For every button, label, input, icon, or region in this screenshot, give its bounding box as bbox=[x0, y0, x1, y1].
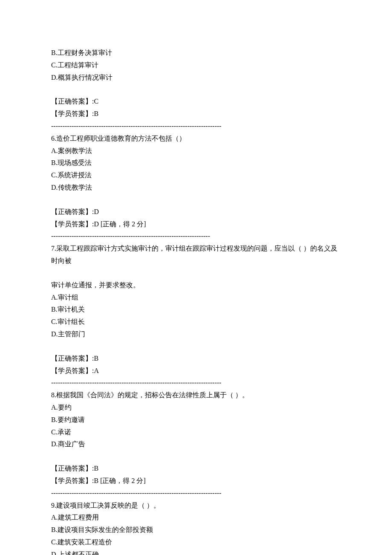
option-b: B.现场感受法 bbox=[51, 157, 341, 169]
correct-answer-value: B bbox=[94, 465, 98, 472]
spacer bbox=[51, 84, 341, 95]
option-a: A.案例教学法 bbox=[51, 145, 341, 157]
question-block-6: 6.造价工程师职业道德教育的方法不包括（） A.案例教学法 B.现场感受法 C.… bbox=[51, 133, 341, 243]
student-answer-label: 【学员答案】: bbox=[51, 220, 94, 228]
option-d: D.上述都不正确 bbox=[51, 549, 341, 555]
option-a: A.审计组 bbox=[51, 292, 341, 304]
question-number: 8. bbox=[51, 391, 56, 399]
student-answer-label: 【学员答案】: bbox=[51, 110, 94, 117]
question-stem-line: 9.建设项目竣工决算反映的是（ ）。 bbox=[51, 500, 341, 512]
question-stem-line: 8.根据我国《合同法》的规定，招标公告在法律性质上属于（ ）。 bbox=[51, 389, 341, 402]
option-a: A.要约 bbox=[51, 402, 341, 414]
option-c: C.工程结算审计 bbox=[51, 59, 341, 72]
question-stem: 根据我国《合同法》的规定，招标公告在法律性质上属于（ ）。 bbox=[56, 391, 249, 399]
question-extra-paragraph: 审计单位通报，并要求整改。 bbox=[51, 279, 341, 292]
option-b: B.审计机关 bbox=[51, 304, 341, 316]
blank-line bbox=[51, 267, 341, 279]
divider: ----------------------------------------… bbox=[51, 230, 341, 243]
student-answer-value: B bbox=[94, 110, 98, 117]
answer-section: 【正确答案】:D 【学员答案】:D [正确，得 2 分] bbox=[51, 206, 341, 231]
answer-section: 【正确答案】:B 【学员答案】:B [正确，得 2 分] bbox=[51, 462, 341, 487]
option-d: D.商业广告 bbox=[51, 438, 341, 451]
student-answer-value: B bbox=[94, 477, 98, 484]
question-stem: 采取工程跟踪审计方式实施审计的，审计组在跟踪审计过程发现的问题，应当以（ ）的名… bbox=[51, 245, 337, 264]
divider: ----------------------------------------… bbox=[51, 487, 341, 500]
correct-answer-line: 【正确答案】:D bbox=[51, 206, 341, 218]
student-answer-label: 【学员答案】: bbox=[51, 367, 94, 374]
question-block-9: 9.建设项目竣工决算反映的是（ ）。 A.建筑工程费用 B.建设项目实际发生的全… bbox=[51, 500, 341, 555]
question-stem-line: 7.采取工程跟踪审计方式实施审计的，审计组在跟踪审计过程发现的问题，应当以（ ）… bbox=[51, 243, 341, 267]
answer-section: 【正确答案】:B 【学员答案】:A bbox=[51, 353, 341, 377]
correct-answer-line: 【正确答案】:B bbox=[51, 353, 341, 365]
divider: ----------------------------------------… bbox=[51, 377, 341, 389]
student-answer-value: D bbox=[94, 220, 99, 228]
option-d: D.传统教学法 bbox=[51, 182, 341, 194]
question-stem: 建设项目竣工决算反映的是（ ）。 bbox=[56, 502, 160, 509]
question-number: 6. bbox=[51, 135, 56, 142]
correct-answer-value: C bbox=[94, 98, 98, 105]
correct-answer-label: 【正确答案】: bbox=[51, 355, 94, 362]
student-answer-line: 【学员答案】:B [正确，得 2 分] bbox=[51, 475, 341, 487]
question-number: 7. bbox=[51, 245, 56, 252]
option-b: B.工程财务决算审计 bbox=[51, 47, 341, 59]
blank-line bbox=[51, 194, 341, 206]
student-answer-line: 【学员答案】:D [正确，得 2 分] bbox=[51, 218, 341, 231]
student-answer-label: 【学员答案】: bbox=[51, 477, 94, 484]
divider: ----------------------------------------… bbox=[51, 120, 341, 133]
question-block-7: 7.采取工程跟踪审计方式实施审计的，审计组在跟踪审计过程发现的问题，应当以（ ）… bbox=[51, 243, 341, 389]
question-stem-line: 6.造价工程师职业道德教育的方法不包括（） bbox=[51, 133, 341, 145]
correct-answer-line: 【正确答案】:B bbox=[51, 462, 341, 475]
correct-answer-line: 【正确答案】:C bbox=[51, 95, 341, 108]
correct-answer-value: D bbox=[94, 208, 99, 215]
result-note: [正确，得 2 分] bbox=[98, 477, 146, 484]
spacer bbox=[51, 451, 341, 462]
student-answer-value: A bbox=[94, 367, 99, 374]
question-block-8: 8.根据我国《合同法》的规定，招标公告在法律性质上属于（ ）。 A.要约 B.要… bbox=[51, 389, 341, 499]
blank-line bbox=[51, 341, 341, 353]
student-answer-line: 【学员答案】:B bbox=[51, 108, 341, 120]
option-d: D.概算执行情况审计 bbox=[51, 72, 341, 84]
option-d: D.主管部门 bbox=[51, 328, 341, 341]
option-c: C.建筑安装工程造价 bbox=[51, 536, 341, 549]
answer-section: 【正确答案】:C 【学员答案】:B bbox=[51, 95, 341, 120]
student-answer-line: 【学员答案】:A bbox=[51, 365, 341, 377]
question-number: 9. bbox=[51, 502, 56, 509]
result-note: [正确，得 2 分] bbox=[99, 220, 146, 228]
option-b: B.建设项目实际发生的全部投资额 bbox=[51, 524, 341, 536]
option-c: C.审计组长 bbox=[51, 316, 341, 328]
question-stem: 造价工程师职业道德教育的方法不包括（） bbox=[56, 135, 186, 142]
option-b: B.要约邀请 bbox=[51, 414, 341, 426]
option-c: C.承诺 bbox=[51, 426, 341, 439]
correct-answer-label: 【正确答案】: bbox=[51, 208, 94, 215]
correct-answer-value: B bbox=[94, 355, 98, 362]
option-a: A.建筑工程费用 bbox=[51, 512, 341, 524]
correct-answer-label: 【正确答案】: bbox=[51, 465, 94, 472]
correct-answer-label: 【正确答案】: bbox=[51, 98, 94, 105]
question-block-5: B.工程财务决算审计 C.工程结算审计 D.概算执行情况审计 【正确答案】:C … bbox=[51, 47, 341, 133]
option-c: C.系统讲授法 bbox=[51, 169, 341, 182]
